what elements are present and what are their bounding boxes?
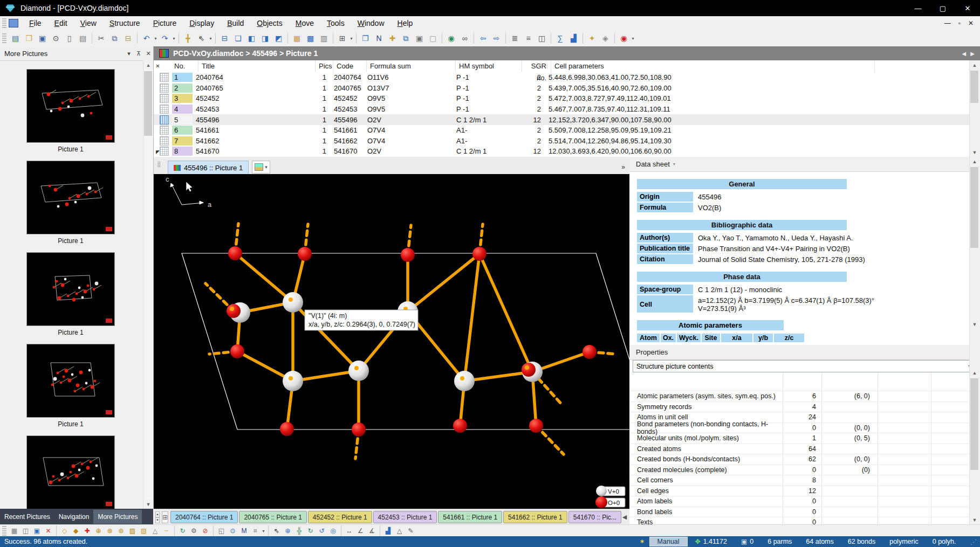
table-row[interactable]: 1204076412040764O11V6P -125.448,6.998,30… — [154, 72, 969, 83]
undo-icon-dropdown[interactable]: ▾ — [153, 36, 158, 41]
tab-list-icon[interactable]: ⊞ — [162, 511, 168, 523]
select-pointer-icon[interactable]: ⇖ — [195, 32, 208, 45]
scroll-up-icon[interactable]: ▲ — [970, 368, 979, 377]
polyhedra-icon[interactable]: △ — [149, 525, 161, 537]
table-row[interactable]: 85416701541670O2VC 1 2/m 11212.030,3.693… — [154, 146, 969, 157]
picture-tab[interactable]: 452453 :: Picture 1 — [373, 511, 437, 523]
structure-canvas[interactable]: a c "V(1)" (4i: m) x/a, y/b, z/c: 0.2964… — [154, 174, 630, 509]
picture-tab[interactable]: 541662 :: Picture 1 — [503, 511, 567, 523]
globe-edit-icon[interactable]: ◉ — [444, 32, 458, 45]
fill-cell-icon[interactable]: ▨ — [127, 525, 138, 537]
packing-icon[interactable]: ▧ — [138, 525, 149, 537]
link-icon[interactable]: ∞ — [458, 32, 471, 45]
letter-m-icon[interactable]: M — [238, 525, 250, 537]
rotate-view-icon[interactable]: ↻ — [305, 525, 316, 537]
table-editor-icon[interactable]: ▦ — [9, 525, 20, 537]
scroll-up-icon[interactable]: ▲ — [970, 157, 979, 166]
picture-list-icon[interactable]: ◫ — [20, 525, 31, 537]
column-header-hm[interactable]: HM symbol — [456, 60, 522, 72]
scrollbar-thumb[interactable] — [970, 378, 978, 470]
add-bond-icon[interactable]: ⊕ — [93, 525, 104, 537]
table-row[interactable]: 34524521452452O9V5P -125.472,7.003,8.727… — [154, 93, 969, 104]
tab-overflow-button[interactable]: » — [621, 163, 625, 171]
table-row[interactable]: 54554961455496O2VC 1 2/m 11212.152,3.720… — [154, 114, 969, 125]
column-header-pics[interactable]: Pics — [316, 60, 333, 72]
tab-spinner[interactable]: ▲▼ — [155, 511, 160, 523]
find-icon[interactable]: ⊙ — [49, 32, 63, 45]
redo-icon-dropdown[interactable]: ▾ — [172, 36, 176, 41]
cut-icon[interactable]: ✂ — [94, 32, 108, 45]
menu-tools[interactable]: Tools — [320, 17, 351, 29]
table-pane-icon[interactable]: ▦ — [290, 32, 304, 45]
thumbnail-picture[interactable]: Picture 1 — [26, 435, 115, 520]
chart-icon[interactable]: ▟ — [567, 32, 580, 45]
menu-move[interactable]: Move — [289, 17, 320, 29]
spin-icon[interactable]: ↺ — [316, 525, 327, 537]
duplicate-picture-icon[interactable]: ⧉ — [399, 32, 413, 45]
window-close-button[interactable]: ✕ — [955, 0, 980, 16]
table-collapse-icon[interactable]: ◤ — [154, 149, 161, 156]
picture-style-button[interactable]: ▾ — [252, 161, 270, 174]
column-header-title[interactable]: Title — [198, 60, 316, 72]
measure-torsion-icon[interactable]: ∡ — [366, 525, 378, 537]
table-grid-icon[interactable]: ⊞ — [335, 32, 349, 45]
tree-pane-icon[interactable]: ⊟ — [218, 32, 231, 45]
thumbnail-picture[interactable]: Picture 1 — [26, 69, 115, 153]
pan-icon[interactable]: ╋ — [181, 32, 195, 45]
column-header-formula[interactable]: Formula sum — [367, 60, 456, 72]
update-icon[interactable]: ↻ — [177, 525, 188, 537]
add-atom-icon[interactable]: ✚ — [81, 525, 93, 537]
table-close-icon[interactable]: ✕ — [154, 63, 161, 70]
scroll-down-icon[interactable]: ▼ — [143, 500, 153, 509]
panel-tab-recent-pictures[interactable]: Recent Pictures — [0, 510, 54, 524]
diagram-icon[interactable]: ▟ — [382, 525, 394, 537]
table-row[interactable]: 44524531452453O9V5P -125.467,7.007,8.735… — [154, 104, 969, 115]
mdi-minimize-button[interactable]: — — [944, 19, 951, 27]
menu-objects[interactable]: Objects — [250, 17, 289, 29]
open-folder-icon[interactable]: ❒ — [22, 32, 36, 45]
menu-file[interactable]: File — [23, 17, 48, 29]
menu-picture[interactable]: Picture — [147, 17, 183, 29]
triangle-icon[interactable]: △ — [394, 525, 405, 537]
panel-menu-icon[interactable]: ▾ — [124, 50, 134, 57]
menu-edit[interactable]: Edit — [48, 17, 74, 29]
panel-tab-more-pictures[interactable]: More Pictures — [93, 510, 142, 524]
h-bonds-icon[interactable]: ┄ — [161, 525, 172, 537]
picture-tab[interactable]: 541661 :: Picture 1 — [438, 511, 502, 523]
panel-tab-navigation[interactable]: Navigation — [54, 510, 94, 524]
menu-view[interactable]: View — [74, 17, 103, 29]
breadcrumb-back-icon[interactable]: ◀ — [962, 51, 967, 57]
table-row[interactable]: 75416621541662O7V4A1-25.514,7.004,12.260… — [154, 136, 969, 147]
atom-red-icon[interactable]: ◉ — [617, 32, 631, 45]
datasheet-window-icon[interactable]: ◧ — [245, 32, 258, 45]
viewport-icon[interactable]: ◱ — [216, 525, 227, 537]
menu-window[interactable]: Window — [351, 17, 391, 29]
scroll-up-icon[interactable]: ▲ — [970, 60, 979, 70]
properties-selector[interactable]: Structure picture contents ▼ — [633, 360, 975, 372]
picture-tab[interactable]: 541670 :: Pic... — [568, 511, 621, 523]
toolbar-grip[interactable] — [2, 33, 6, 43]
navigation-window-icon[interactable]: ◨ — [258, 32, 272, 45]
breadcrumb-forward-icon[interactable]: ▶ — [970, 51, 975, 57]
build-sphere-icon[interactable]: ◆ — [70, 525, 81, 537]
new-picture-icon[interactable]: ▣ — [31, 525, 43, 537]
forward-icon[interactable]: ⇨ — [490, 32, 503, 45]
toolbar-grip[interactable] — [2, 526, 6, 536]
drag-handle-icon[interactable]: ⣿ — [157, 161, 166, 170]
back-icon[interactable]: ⇦ — [476, 32, 490, 45]
scrollbar-thumb[interactable] — [144, 71, 152, 136]
menu-build[interactable]: Build — [221, 17, 250, 29]
pin-icon[interactable]: ⊼ — [134, 50, 143, 57]
structure-n-icon[interactable]: N — [372, 32, 386, 45]
panel-close-icon[interactable]: ✕ — [143, 50, 153, 57]
paste-icon[interactable]: ⊟ — [121, 32, 135, 45]
column-header-code[interactable]: Code — [333, 60, 367, 72]
scroll-down-icon[interactable]: ▼ — [970, 320, 979, 329]
picture-tab[interactable]: 452452 :: Picture 1 — [308, 511, 372, 523]
menu-structure[interactable]: Structure — [103, 17, 147, 29]
list-detail-icon[interactable]: ≡ — [522, 32, 535, 45]
thumbnails-scrollbar[interactable]: ▲ ▼ — [143, 60, 153, 509]
active-picture-tab[interactable]: 455496 :: Picture 1 — [168, 161, 249, 174]
measure-distance-icon[interactable]: ↔ — [344, 525, 355, 537]
settings-icon[interactable]: ⚙ — [188, 525, 200, 537]
